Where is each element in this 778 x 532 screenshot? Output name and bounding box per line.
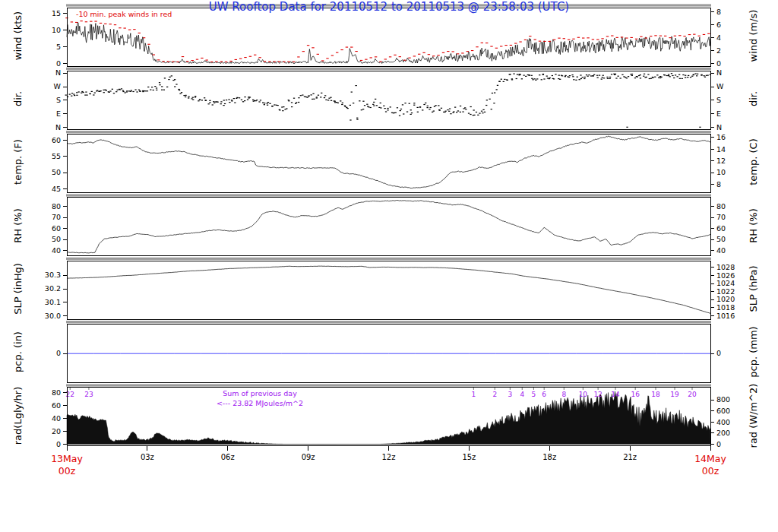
left-tick-label: N: [55, 123, 61, 131]
peak-wind-dash: [611, 36, 613, 36]
wind-direction-dot: [316, 97, 318, 97]
panel-temp: [67, 136, 710, 188]
peak-wind-dash: [370, 57, 372, 58]
wind-direction-dot: [384, 108, 386, 109]
peak-wind-dash: [452, 51, 454, 52]
wind-direction-dot: [468, 113, 470, 114]
right-tick-label: 1024: [716, 279, 735, 287]
wind-direction-dot: [298, 97, 299, 98]
wind-direction-dot: [593, 74, 595, 75]
wind-direction-dot: [208, 103, 210, 104]
peak-wind-dash: [389, 56, 391, 57]
peak-wind-dash: [408, 58, 410, 59]
wind-direction-dot: [419, 106, 421, 107]
peak-wind-dash: [186, 61, 188, 62]
x-axis-tick-label: 06z: [221, 453, 235, 461]
left-tick-label: 30.0: [45, 312, 61, 320]
wind-direction-dot: [364, 105, 365, 106]
wind-direction-dot: [349, 119, 351, 120]
wind-direction-dot: [373, 102, 375, 103]
wind-direction-dot: [267, 105, 268, 106]
wind-direction-dot: [671, 73, 672, 74]
wind-trace: [67, 22, 710, 63]
wind-direction-dot: [327, 100, 329, 100]
wind-direction-dot: [151, 87, 153, 87]
wind-direction-dot: [249, 97, 251, 97]
cumulative-radiation-marker: 19: [670, 391, 679, 398]
wind-direction-dot: [153, 90, 154, 90]
peak-wind-dash: [254, 55, 256, 55]
wind-direction-dot: [213, 103, 215, 103]
cumulative-radiation-marker: 3: [508, 391, 513, 398]
wind-direction-dot: [347, 108, 349, 109]
wind-direction-dot: [375, 99, 376, 100]
wind-direction-dot: [234, 103, 236, 103]
peak-wind-dash: [350, 47, 353, 48]
left-tick-label: 60: [52, 136, 61, 144]
peak-wind-dash: [403, 60, 406, 61]
wind-direction-dot: [132, 91, 134, 92]
peak-wind-dash: [524, 40, 527, 40]
right-tick-label: 70: [716, 213, 726, 221]
left-tick-label: 50: [52, 235, 61, 243]
wind-direction-dot: [236, 97, 238, 98]
wind-direction-dot: [694, 73, 696, 74]
wind-direction-dot: [362, 109, 364, 109]
x-axis-tick-label: 15z: [462, 453, 476, 461]
wind-direction-dot: [76, 92, 77, 93]
wind-direction-dot: [452, 112, 454, 113]
panel-border: [67, 135, 710, 193]
wind-direction-dot: [244, 100, 245, 101]
wind-direction-dot: [81, 93, 82, 93]
wind-direction-dot: [244, 97, 245, 97]
panel-slp: [67, 266, 710, 313]
wind-direction-dot: [81, 91, 83, 92]
peak-wind-dash: [312, 47, 314, 48]
wind-direction-dot: [697, 74, 698, 74]
wind-direction-dot: [413, 105, 415, 106]
left-tick-label: 55: [52, 152, 61, 160]
right-tick-label: E: [716, 109, 721, 118]
peak-wind-dash: [191, 60, 194, 61]
wind-direction-dot: [434, 106, 435, 107]
right-tick-label: 0: [716, 440, 721, 448]
left-tick-label: 60: [52, 401, 61, 410]
wind-direction-dot: [509, 74, 511, 74]
peak-wind-dash: [534, 40, 536, 40]
right-tick-label: N: [716, 68, 722, 77]
wind-direction-dot: [307, 97, 308, 98]
wind-direction-dot: [121, 88, 122, 89]
left-tick-label: S: [56, 96, 61, 104]
wind-direction-dot: [534, 78, 536, 79]
wind-direction-dot: [615, 78, 617, 78]
left-tick-label: 30.1: [45, 298, 61, 306]
wind-direction-dot: [422, 109, 423, 110]
wind-direction-dot: [325, 100, 327, 100]
peak-wind-dash: [293, 62, 295, 62]
wind-direction-dot: [482, 112, 483, 113]
wind-direction-dot: [433, 111, 435, 112]
wind-direction-dot: [312, 99, 313, 100]
wind-direction-dot: [361, 109, 362, 110]
wind-direction-dot: [473, 109, 475, 110]
wind-direction-dot: [643, 76, 644, 77]
wind-direction-dot: [312, 93, 314, 94]
peak-wind-dash: [365, 59, 367, 60]
cumulative-radiation-marker: 12: [593, 391, 602, 398]
wind-direction-dot: [649, 78, 650, 79]
wind-direction-dot: [291, 102, 293, 103]
wind-direction-dot: [372, 104, 374, 105]
wind-direction-dot: [288, 100, 289, 101]
peak-wind-dash: [80, 21, 82, 21]
wind-direction-dot: [264, 104, 265, 105]
wind-direction-dot: [476, 112, 477, 112]
wind-direction-dot: [484, 112, 485, 112]
wind-direction-dot: [267, 102, 269, 103]
wind-direction-dot: [687, 77, 688, 78]
cumulative-radiation-marker: 8: [561, 391, 566, 398]
wind-direction-dot: [597, 78, 599, 78]
wind-direction-dot: [256, 100, 258, 100]
wind-direction-dot: [625, 77, 626, 78]
wind-direction-dot: [185, 95, 186, 96]
wind-direction-dot: [169, 77, 171, 78]
